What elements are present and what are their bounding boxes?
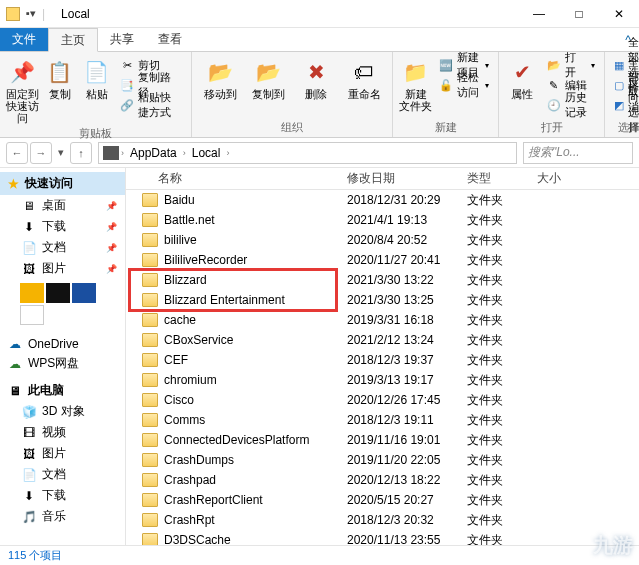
file-date: 2021/4/1 19:13 bbox=[341, 213, 461, 227]
folder-icon bbox=[142, 273, 158, 287]
col-date[interactable]: 修改日期 bbox=[341, 170, 461, 187]
history-button[interactable]: 🕘历史记录 bbox=[544, 96, 598, 114]
file-name: D3DSCache bbox=[164, 533, 231, 545]
maximize-button[interactable]: □ bbox=[559, 0, 599, 28]
divider: | bbox=[42, 7, 45, 21]
table-row[interactable]: Comms2018/12/3 19:11文件夹 bbox=[126, 410, 639, 430]
file-date: 2018/12/3 19:37 bbox=[341, 353, 461, 367]
sidebar-item[interactable]: 🖥桌面📌 bbox=[0, 195, 125, 216]
file-type: 文件夹 bbox=[461, 332, 531, 349]
table-row[interactable]: ConnectedDevicesPlatform2019/11/16 19:01… bbox=[126, 430, 639, 450]
table-row[interactable]: Cisco2020/12/26 17:45文件夹 bbox=[126, 390, 639, 410]
table-row[interactable]: Crashpad2020/12/13 18:22文件夹 bbox=[126, 470, 639, 490]
paste-shortcut-button[interactable]: 🔗粘贴快捷方式 bbox=[117, 96, 185, 114]
cloud-icon: ☁ bbox=[8, 337, 22, 351]
file-name: Blizzard bbox=[164, 273, 207, 287]
nav-recent-button[interactable]: ▾ bbox=[54, 142, 68, 164]
table-row[interactable]: cache2019/3/31 16:18文件夹 bbox=[126, 310, 639, 330]
copy-button[interactable]: 📋复制 bbox=[43, 56, 76, 124]
window-title: Local bbox=[61, 7, 90, 21]
sidebar-item[interactable]: ⬇下载📌 bbox=[0, 216, 125, 237]
table-row[interactable]: CEF2018/12/3 19:37文件夹 bbox=[126, 350, 639, 370]
file-type: 文件夹 bbox=[461, 292, 531, 309]
delete-button[interactable]: ✖删除 bbox=[294, 56, 338, 118]
column-headers: 名称 修改日期 类型 大小 bbox=[126, 168, 639, 190]
chevron-right-icon[interactable]: › bbox=[226, 148, 229, 158]
folder-icon bbox=[142, 333, 158, 347]
open-button[interactable]: 📂打开▾ bbox=[544, 56, 598, 74]
item-count: 115 个项目 bbox=[8, 548, 62, 563]
star-icon: ★ bbox=[8, 177, 19, 191]
sidebar-item[interactable]: 🎞视频 bbox=[0, 422, 125, 443]
qat-icon[interactable]: ▪▾ bbox=[26, 7, 36, 20]
move-to-button[interactable]: 📂移动到 bbox=[198, 56, 242, 118]
breadcrumb[interactable]: › AppData › Local › bbox=[98, 142, 517, 164]
table-row[interactable]: CBoxService2021/2/12 13:24文件夹 bbox=[126, 330, 639, 350]
sidebar-item[interactable]: 🖼图片📌 bbox=[0, 258, 125, 279]
sidebar-item[interactable]: 🧊3D 对象 bbox=[0, 401, 125, 422]
new-folder-button[interactable]: 📁新建 文件夹 bbox=[399, 56, 432, 118]
table-row[interactable]: Blizzard Entertainment2021/3/30 13:25文件夹 bbox=[126, 290, 639, 310]
table-row[interactable]: CrashRpt2018/12/3 20:32文件夹 bbox=[126, 510, 639, 530]
file-date: 2020/8/4 20:52 bbox=[341, 233, 461, 247]
col-type[interactable]: 类型 bbox=[461, 170, 531, 187]
table-row[interactable]: CrashReportClient2020/5/15 20:27文件夹 bbox=[126, 490, 639, 510]
table-row[interactable]: BililiveRecorder2020/11/27 20:41文件夹 bbox=[126, 250, 639, 270]
table-row[interactable]: bililive2020/8/4 20:52文件夹 bbox=[126, 230, 639, 250]
pin-quick-access-button[interactable]: 📌固定到快速访问 bbox=[6, 56, 39, 124]
breadcrumb-item[interactable]: Local bbox=[188, 146, 225, 160]
folder-icon bbox=[142, 493, 158, 507]
nav-forward-button[interactable]: → bbox=[30, 142, 52, 164]
sidebar-icon: ⬇ bbox=[22, 220, 36, 234]
minimize-button[interactable]: — bbox=[519, 0, 559, 28]
file-name: Blizzard Entertainment bbox=[164, 293, 285, 307]
tab-view[interactable]: 查看 bbox=[146, 28, 194, 51]
chevron-right-icon[interactable]: › bbox=[121, 148, 124, 158]
pc-icon: 🖥 bbox=[8, 384, 22, 398]
file-name: CBoxService bbox=[164, 333, 233, 347]
nav-back-button[interactable]: ← bbox=[6, 142, 28, 164]
paste-button[interactable]: 📄粘贴 bbox=[80, 56, 113, 124]
pin-icon: 📌 bbox=[106, 264, 117, 274]
sidebar-item[interactable]: 📄文档 bbox=[0, 464, 125, 485]
properties-button[interactable]: ✔属性 bbox=[505, 56, 540, 118]
table-row[interactable]: chromium2019/3/13 19:17文件夹 bbox=[126, 370, 639, 390]
table-row[interactable]: Baidu2018/12/31 20:29文件夹 bbox=[126, 190, 639, 210]
copy-to-button[interactable]: 📂复制到 bbox=[246, 56, 290, 118]
breadcrumb-item[interactable]: AppData bbox=[126, 146, 181, 160]
sidebar-item[interactable]: 📄文档📌 bbox=[0, 237, 125, 258]
file-date: 2021/2/12 13:24 bbox=[341, 333, 461, 347]
sidebar-this-pc[interactable]: 🖥此电脑 bbox=[0, 380, 125, 401]
sidebar-item[interactable]: 🖼图片 bbox=[0, 443, 125, 464]
tab-file[interactable]: 文件 bbox=[0, 28, 48, 51]
close-button[interactable]: ✕ bbox=[599, 0, 639, 28]
search-input[interactable]: 搜索"Lo... bbox=[523, 142, 633, 164]
table-row[interactable]: D3DSCache2020/11/13 23:55文件夹 bbox=[126, 530, 639, 545]
sidebar-quick-access[interactable]: ★快速访问 bbox=[0, 172, 125, 195]
tab-home[interactable]: 主页 bbox=[48, 28, 98, 52]
folder-icon bbox=[6, 7, 20, 21]
ribbon-group-clipboard: 📌固定到快速访问 📋复制 📄粘贴 ✂剪切 📑复制路径 🔗粘贴快捷方式 剪贴板 bbox=[0, 52, 192, 137]
sidebar-item[interactable]: 🎵音乐 bbox=[0, 506, 125, 527]
folder-icon bbox=[142, 253, 158, 267]
file-name: Baidu bbox=[164, 193, 195, 207]
easy-access-button[interactable]: 🔓轻松访问▾ bbox=[436, 76, 492, 94]
sidebar-icon: 🖥 bbox=[22, 199, 36, 213]
invert-selection-button[interactable]: ◩反向选择 bbox=[611, 96, 639, 114]
sidebar-cloud-item[interactable]: ☁OneDrive bbox=[0, 335, 125, 353]
chevron-right-icon[interactable]: › bbox=[183, 148, 186, 158]
sidebar-cloud-item[interactable]: ☁WPS网盘 bbox=[0, 353, 125, 374]
table-row[interactable]: CrashDumps2019/11/20 22:05文件夹 bbox=[126, 450, 639, 470]
file-type: 文件夹 bbox=[461, 212, 531, 229]
sidebar-item[interactable]: ⬇下载 bbox=[0, 485, 125, 506]
rename-button[interactable]: 🏷重命名 bbox=[342, 56, 386, 118]
folder-icon bbox=[142, 533, 158, 545]
table-row[interactable]: Battle.net2021/4/1 19:13文件夹 bbox=[126, 210, 639, 230]
nav-up-button[interactable]: ↑ bbox=[70, 142, 92, 164]
tab-share[interactable]: 共享 bbox=[98, 28, 146, 51]
col-size[interactable]: 大小 bbox=[531, 170, 567, 187]
col-name[interactable]: 名称 bbox=[126, 170, 341, 187]
table-row[interactable]: Blizzard2021/3/30 13:22文件夹 bbox=[126, 270, 639, 290]
file-name: ConnectedDevicesPlatform bbox=[164, 433, 309, 447]
file-type: 文件夹 bbox=[461, 452, 531, 469]
